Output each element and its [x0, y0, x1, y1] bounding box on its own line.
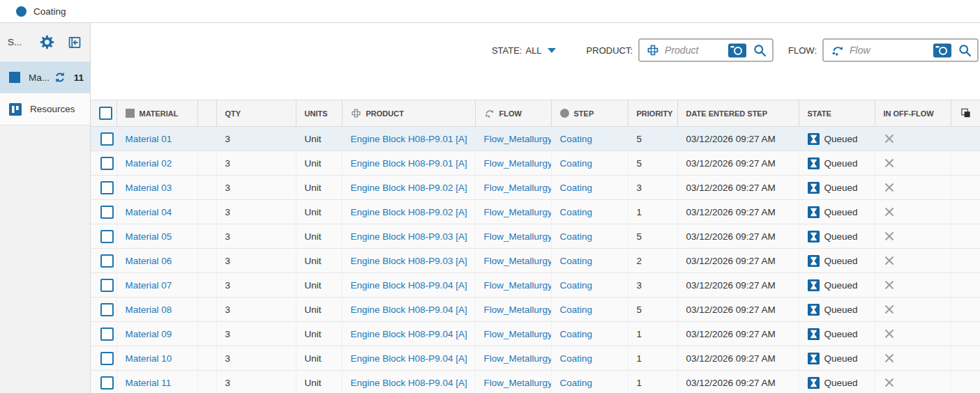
material-link[interactable]: Material 07: [126, 280, 172, 291]
table-row: Material 033UnitEngine Block H08-P9.02 […: [91, 176, 980, 200]
row-checkbox[interactable]: [100, 303, 114, 316]
column-header-state[interactable]: STATE: [799, 100, 875, 127]
offflow-x-icon: [884, 133, 951, 144]
row-checkbox[interactable]: [100, 132, 114, 146]
product-link[interactable]: Engine Block H08-P9.01 [A]: [351, 158, 467, 169]
collapse-panel-icon[interactable]: [68, 36, 82, 49]
date-entered-cell: 03/12/2026 09:27 AM: [677, 151, 799, 176]
step-link[interactable]: Coating: [560, 353, 593, 364]
row-checkbox[interactable]: [100, 279, 114, 292]
column-header-spacer: [197, 100, 216, 127]
step-link[interactable]: Coating: [560, 183, 593, 193]
product-link[interactable]: Engine Block H08-P9.04 [A]: [351, 353, 467, 364]
flow-link[interactable]: Flow_Metallurgy: [484, 329, 552, 339]
offflow-x-icon: [884, 377, 951, 388]
step-link[interactable]: Coating: [560, 207, 593, 217]
resources-icon: [9, 103, 22, 116]
flow-link[interactable]: Flow_Metallurgy: [484, 378, 552, 388]
column-header-step[interactable]: STEP: [574, 109, 594, 118]
search-icon[interactable]: [958, 43, 972, 58]
material-link[interactable]: Material 06: [126, 256, 172, 266]
row-checkbox[interactable]: [100, 254, 114, 268]
sidebar-item-resources[interactable]: Resources: [0, 93, 90, 125]
camera-scan-icon[interactable]: [728, 43, 746, 58]
step-link[interactable]: Coating: [560, 329, 593, 339]
camera-scan-icon[interactable]: [933, 43, 951, 58]
material-link[interactable]: Material 05: [126, 231, 172, 242]
step-link[interactable]: Coating: [560, 305, 593, 315]
flow-link[interactable]: Flow_Metallurgy: [484, 256, 552, 266]
spacer-cell: [197, 249, 216, 273]
flow-search-input[interactable]: Flow: [822, 38, 979, 62]
product-link[interactable]: Engine Block H08-P9.04 [A]: [351, 305, 467, 315]
column-header-priority[interactable]: PRIORITY: [628, 100, 677, 127]
manage-columns-icon[interactable]: [951, 107, 980, 119]
row-checkbox[interactable]: [100, 230, 114, 243]
state-label: Queued: [824, 353, 858, 364]
material-link[interactable]: Material 03: [126, 183, 172, 193]
step-link[interactable]: Coating: [560, 158, 593, 169]
date-entered-cell: 03/12/2026 09:27 AM: [677, 224, 799, 249]
product-link[interactable]: Engine Block H08-P9.03 [A]: [351, 256, 467, 266]
product-link[interactable]: Engine Block H08-P9.02 [A]: [351, 183, 467, 193]
flow-link[interactable]: Flow_Metallurgy: [484, 207, 552, 217]
sidebar: S...: [0, 23, 91, 393]
units-cell: Unit: [296, 151, 342, 176]
step-link[interactable]: Coating: [560, 231, 593, 242]
step-link[interactable]: Coating: [560, 378, 593, 388]
flow-link[interactable]: Flow_Metallurgy: [484, 280, 552, 291]
column-header-product[interactable]: PRODUCT: [366, 109, 404, 118]
product-link[interactable]: Engine Block H08-P9.04 [A]: [351, 329, 467, 339]
row-checkbox[interactable]: [100, 206, 114, 219]
flow-link[interactable]: Flow_Metallurgy: [484, 353, 552, 364]
search-icon[interactable]: [753, 43, 767, 58]
product-link[interactable]: Engine Block H08-P9.04 [A]: [351, 378, 467, 388]
offflow-x-icon: [884, 353, 951, 364]
product-search-input[interactable]: Product: [638, 38, 774, 62]
material-column-icon: [126, 109, 135, 118]
flow-link[interactable]: Flow_Metallurgy: [484, 305, 552, 315]
product-link[interactable]: Engine Block H08-P9.01 [A]: [351, 134, 467, 144]
select-all-checkbox[interactable]: [99, 107, 112, 120]
row-checkbox[interactable]: [100, 181, 114, 194]
refresh-icon[interactable]: [54, 71, 66, 84]
material-link[interactable]: Material 08: [126, 305, 172, 315]
material-link[interactable]: Material 04: [126, 207, 172, 217]
queued-state-icon: [808, 231, 820, 242]
state-filter-dropdown[interactable]: STATE: ALL: [492, 45, 556, 56]
qty-cell: 3: [216, 224, 296, 249]
column-header-flow[interactable]: FLOW: [499, 109, 522, 118]
material-link[interactable]: Material 09: [126, 329, 172, 339]
column-header-material[interactable]: MATERIAL: [140, 109, 179, 118]
column-header-offflow[interactable]: IN OFF-FLOW: [875, 100, 951, 127]
step-link[interactable]: Coating: [560, 134, 593, 144]
material-link[interactable]: Material 01: [126, 134, 172, 144]
column-header-date[interactable]: DATE ENTERED STEP: [677, 100, 799, 127]
row-checkbox[interactable]: [100, 352, 114, 365]
material-link[interactable]: Material 02: [126, 158, 172, 169]
product-link[interactable]: Engine Block H08-P9.02 [A]: [351, 207, 467, 217]
product-link[interactable]: Engine Block H08-P9.04 [A]: [351, 280, 467, 291]
flow-link[interactable]: Flow_Metallurgy: [484, 183, 552, 193]
step-link[interactable]: Coating: [560, 256, 593, 266]
sidebar-item-label: Ma...: [29, 72, 50, 83]
flow-link[interactable]: Flow_Metallurgy: [484, 231, 552, 242]
material-link[interactable]: Material 11: [126, 378, 172, 388]
sidebar-item-materials[interactable]: Ma... 11: [0, 61, 90, 93]
row-checkbox[interactable]: [100, 328, 114, 341]
gear-icon[interactable]: [40, 35, 54, 49]
flow-link[interactable]: Flow_Metallurgy: [484, 134, 552, 144]
row-checkbox[interactable]: [100, 157, 114, 170]
flow-link[interactable]: Flow_Metallurgy: [484, 158, 552, 169]
column-header-qty[interactable]: QTY: [216, 100, 296, 127]
spacer-cell: [197, 176, 216, 200]
empty-cell: [951, 371, 980, 393]
product-link[interactable]: Engine Block H08-P9.03 [A]: [351, 231, 467, 242]
row-checkbox[interactable]: [100, 376, 114, 390]
step-link[interactable]: Coating: [560, 280, 593, 291]
qty-cell: 3: [216, 127, 296, 151]
offflow-x-icon: [884, 304, 951, 315]
column-header-units[interactable]: UNITS: [296, 100, 342, 127]
material-link[interactable]: Material 10: [126, 353, 172, 364]
queued-state-icon: [808, 328, 820, 340]
